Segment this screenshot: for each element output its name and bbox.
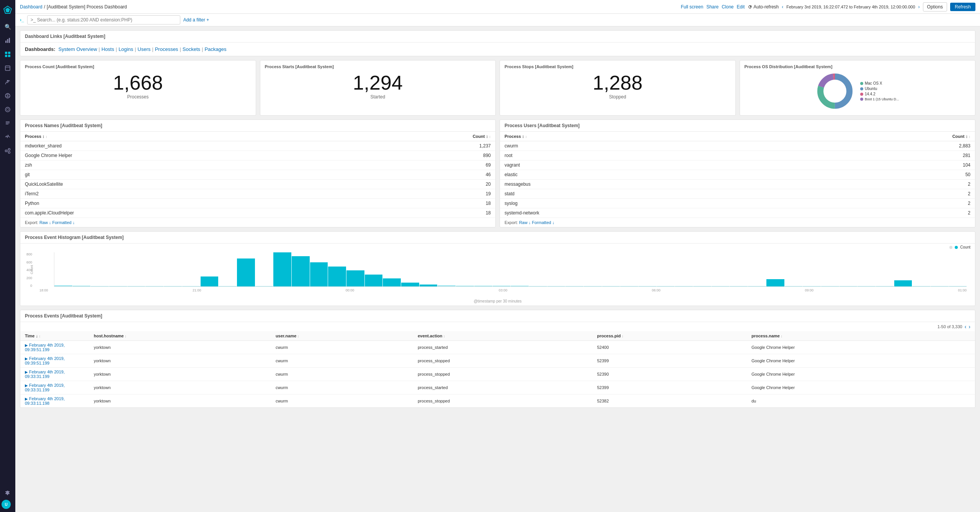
histogram-bar[interactable]: [639, 286, 657, 286]
export-names-raw[interactable]: Raw ↓: [39, 220, 51, 225]
table-row[interactable]: syslog2: [500, 199, 975, 208]
histogram-bar[interactable]: [383, 278, 401, 286]
histogram-bar[interactable]: [602, 286, 620, 286]
histogram-bar[interactable]: [346, 270, 364, 286]
time-range-display[interactable]: February 3rd 2019, 16:22:07.472 to Febru…: [786, 5, 915, 9]
histogram-bar[interactable]: [529, 286, 547, 286]
histogram-bar[interactable]: [547, 286, 565, 286]
table-row[interactable]: QuickLookSatellite20: [20, 180, 495, 189]
histogram-bar[interactable]: [54, 285, 72, 286]
histogram-bar[interactable]: [766, 279, 784, 286]
histogram-bar[interactable]: [584, 286, 602, 286]
sidebar-item-infra[interactable]: [2, 90, 14, 102]
events-col-pname[interactable]: process.name: [747, 331, 975, 341]
histogram-bar[interactable]: [456, 286, 474, 286]
table-row[interactable]: ▶ February 4th 2019, 09:33:11.198 yorkto…: [20, 394, 975, 408]
histogram-bar[interactable]: [255, 286, 273, 286]
clone-link[interactable]: Clone: [722, 4, 733, 10]
auto-refresh-toggle[interactable]: Auto-refresh: [748, 4, 779, 10]
link-hosts[interactable]: Hosts: [101, 46, 114, 52]
histogram-bar[interactable]: [565, 286, 583, 286]
histogram-bar[interactable]: [182, 286, 200, 286]
sidebar-item-discover[interactable]: 🔍: [2, 21, 14, 33]
histogram-bar[interactable]: [675, 286, 693, 286]
histogram-bar[interactable]: [931, 286, 949, 286]
link-logins[interactable]: Logins: [119, 46, 133, 52]
histogram-bar[interactable]: [949, 286, 967, 286]
time-nav-next[interactable]: ›: [918, 4, 920, 10]
histogram-bar[interactable]: [474, 286, 492, 286]
add-filter-button[interactable]: Add a filter +: [183, 17, 209, 23]
sidebar-item-logs[interactable]: [2, 117, 14, 129]
histogram-bar[interactable]: [894, 280, 912, 286]
table-row[interactable]: cwurm2,883: [500, 141, 975, 151]
expand-arrow[interactable]: ▶: [25, 383, 28, 388]
expand-arrow[interactable]: ▶: [25, 397, 28, 401]
table-row[interactable]: mdworker_shared1,237: [20, 141, 495, 151]
histogram-bar[interactable]: [73, 286, 91, 286]
link-processes[interactable]: Processes: [155, 46, 178, 52]
search-input[interactable]: [27, 15, 180, 25]
table-row[interactable]: statd2: [500, 189, 975, 199]
histogram-bar[interactable]: [292, 256, 310, 286]
histogram-chart[interactable]: [54, 252, 967, 287]
export-users-raw[interactable]: Raw ↓: [519, 220, 531, 225]
events-col-action[interactable]: event.action: [413, 331, 592, 341]
pagination-prev[interactable]: ‹: [965, 324, 967, 330]
export-users-formatted[interactable]: Formatted ↓: [532, 220, 555, 225]
sidebar-item-dashboard[interactable]: [2, 48, 14, 61]
col-process-name[interactable]: Process ↕: [20, 132, 344, 141]
sidebar-logo[interactable]: [2, 4, 14, 16]
histogram-bar[interactable]: [328, 267, 346, 286]
histogram-bar[interactable]: [748, 286, 766, 286]
histogram-bar[interactable]: [273, 252, 291, 286]
table-row[interactable]: messagebus2: [500, 180, 975, 189]
time-nav-prev[interactable]: ‹: [782, 4, 783, 10]
table-row[interactable]: vagrant104: [500, 160, 975, 170]
table-row[interactable]: zsh69: [20, 160, 495, 170]
sidebar-item-apm[interactable]: [2, 103, 14, 116]
table-row[interactable]: ▶ February 4th 2019, 09:33:31.199 yorkto…: [20, 368, 975, 381]
table-row[interactable]: git46: [20, 170, 495, 180]
histogram-bar[interactable]: [420, 285, 438, 286]
histogram-bar[interactable]: [401, 283, 419, 286]
histogram-bar[interactable]: [219, 286, 237, 286]
histogram-bar[interactable]: [712, 286, 730, 286]
histogram-bar[interactable]: [365, 275, 383, 286]
breadcrumb-dashboard[interactable]: Dashboard: [20, 4, 42, 10]
link-sockets[interactable]: Sockets: [183, 46, 200, 52]
col-count-user[interactable]: Count ↕: [793, 132, 975, 141]
histogram-bar[interactable]: [438, 285, 456, 286]
fullscreen-link[interactable]: Full screen: [681, 4, 703, 10]
sidebar-item-canvas[interactable]: [2, 62, 14, 74]
link-system-overview[interactable]: System Overview: [58, 46, 97, 52]
table-row[interactable]: systemd-network2: [500, 208, 975, 218]
histogram-bar[interactable]: [201, 276, 219, 286]
table-row[interactable]: iTerm219: [20, 189, 495, 199]
sidebar-item-settings[interactable]: [2, 487, 14, 499]
col-process-user[interactable]: Process ↕: [500, 132, 793, 141]
link-users[interactable]: Users: [137, 46, 150, 52]
histogram-bar[interactable]: [912, 286, 930, 286]
export-names-formatted[interactable]: Formatted ↓: [52, 220, 75, 225]
table-row[interactable]: ▶ February 4th 2019, 09:33:31.199 yorkto…: [20, 381, 975, 394]
histogram-bar[interactable]: [657, 286, 675, 286]
histogram-bar[interactable]: [693, 286, 711, 286]
link-packages[interactable]: Packages: [204, 46, 226, 52]
sidebar-item-uptime[interactable]: [2, 131, 14, 143]
events-col-username[interactable]: user.name: [271, 331, 413, 341]
histogram-bar[interactable]: [109, 286, 127, 286]
table-row[interactable]: elastic50: [500, 170, 975, 180]
table-row[interactable]: ▶ February 4th 2019, 09:39:51.199 yorkto…: [20, 341, 975, 354]
histogram-bar[interactable]: [785, 286, 803, 286]
edit-link[interactable]: Edit: [737, 4, 745, 10]
histogram-bar[interactable]: [511, 286, 529, 286]
histogram-bar[interactable]: [620, 286, 638, 286]
histogram-bar[interactable]: [145, 286, 163, 286]
share-link[interactable]: Share: [706, 4, 719, 10]
histogram-bar[interactable]: [876, 286, 894, 286]
expand-arrow[interactable]: ▶: [25, 357, 28, 361]
histogram-bar[interactable]: [164, 286, 182, 286]
pagination-next[interactable]: ›: [969, 324, 970, 330]
histogram-bar[interactable]: [803, 286, 821, 286]
